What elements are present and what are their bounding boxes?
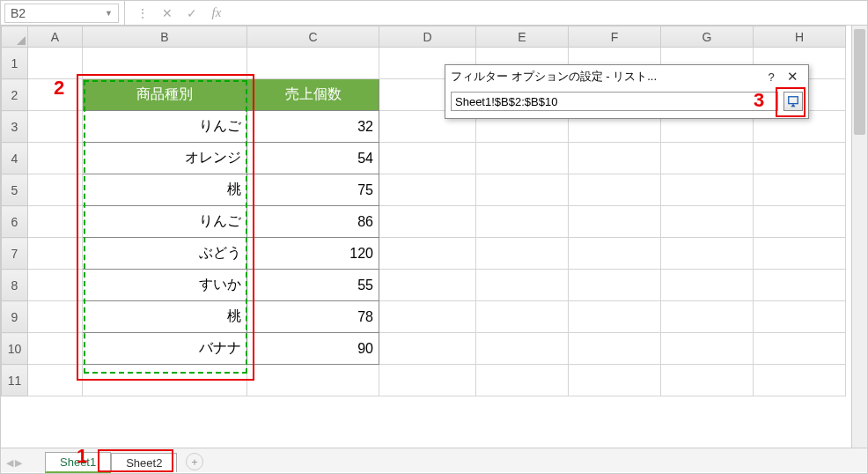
select-all-corner[interactable]	[2, 26, 28, 48]
table-cell[interactable]: 桃	[83, 301, 247, 333]
table-cell[interactable]: すいか	[83, 270, 247, 301]
cell[interactable]	[379, 143, 476, 174]
cell[interactable]	[569, 174, 661, 206]
row-header-9[interactable]: 9	[2, 301, 28, 333]
tab-nav-buttons[interactable]: ◀▶	[6, 457, 22, 469]
cell[interactable]	[379, 238, 476, 270]
cell[interactable]	[476, 174, 569, 206]
col-header-G[interactable]: G	[661, 26, 754, 48]
cell[interactable]	[569, 206, 661, 238]
table-cell[interactable]: 75	[247, 174, 379, 206]
cell[interactable]	[247, 365, 379, 396]
formula-input[interactable]	[229, 4, 867, 23]
col-header-H[interactable]: H	[754, 26, 846, 48]
cell[interactable]	[569, 270, 661, 301]
list-range-input[interactable]	[451, 92, 778, 111]
table-cell[interactable]: 86	[247, 206, 379, 238]
cell[interactable]	[28, 365, 83, 396]
chevron-down-icon[interactable]: ▼	[105, 9, 113, 18]
help-icon[interactable]: ?	[761, 70, 782, 84]
col-header-C[interactable]: C	[247, 26, 379, 48]
cell[interactable]	[661, 238, 754, 270]
cell[interactable]	[754, 301, 846, 333]
cell[interactable]	[379, 333, 476, 365]
cell[interactable]	[754, 143, 846, 174]
chevron-left-icon[interactable]: ◀	[6, 457, 13, 469]
cell[interactable]	[476, 301, 569, 333]
row-header-7[interactable]: 7	[2, 238, 28, 270]
cell[interactable]	[28, 111, 83, 143]
table-cell[interactable]: りんご	[83, 111, 247, 143]
name-box[interactable]: B2 ▼	[4, 4, 119, 23]
advanced-filter-dialog[interactable]: フィルター オプションの設定 - リスト... ? ✕	[445, 64, 809, 119]
cell[interactable]	[83, 365, 247, 396]
range-expand-button[interactable]	[783, 92, 803, 111]
cell[interactable]	[754, 238, 846, 270]
cell[interactable]	[379, 365, 476, 396]
table-cell[interactable]: ぶどう	[83, 238, 247, 270]
row-header-8[interactable]: 8	[2, 270, 28, 301]
cell[interactable]	[28, 174, 83, 206]
cell[interactable]	[476, 206, 569, 238]
cell[interactable]	[754, 206, 846, 238]
cell[interactable]	[754, 174, 846, 206]
cell[interactable]	[569, 143, 661, 174]
sheet-tab-1[interactable]: Sheet1	[45, 452, 111, 473]
cell[interactable]	[754, 270, 846, 301]
cell[interactable]	[661, 333, 754, 365]
table-cell[interactable]: 桃	[83, 174, 247, 206]
table-cell[interactable]: 54	[247, 143, 379, 174]
row-header-11[interactable]: 11	[2, 365, 28, 396]
row-header-3[interactable]: 3	[2, 111, 28, 143]
cell[interactable]	[28, 238, 83, 270]
cell[interactable]	[569, 333, 661, 365]
cell[interactable]	[569, 301, 661, 333]
chevron-right-icon[interactable]: ▶	[15, 457, 22, 469]
fx-icon[interactable]: fx	[204, 4, 229, 23]
vertical-scrollbar[interactable]	[851, 26, 867, 448]
row-header-1[interactable]: 1	[2, 48, 28, 79]
cell[interactable]	[379, 270, 476, 301]
cell[interactable]	[661, 365, 754, 396]
cell[interactable]	[247, 48, 379, 79]
cell[interactable]	[28, 206, 83, 238]
cell[interactable]	[661, 270, 754, 301]
row-header-6[interactable]: 6	[2, 206, 28, 238]
cell[interactable]	[569, 238, 661, 270]
table-cell[interactable]: 55	[247, 270, 379, 301]
table-cell[interactable]: 32	[247, 111, 379, 143]
cell[interactable]	[379, 174, 476, 206]
cell[interactable]	[28, 48, 83, 79]
cell[interactable]	[379, 301, 476, 333]
cell[interactable]	[28, 143, 83, 174]
cell[interactable]	[28, 270, 83, 301]
table-cell[interactable]: 78	[247, 301, 379, 333]
cell[interactable]	[754, 333, 846, 365]
col-header-B[interactable]: B	[83, 26, 247, 48]
row-header-5[interactable]: 5	[2, 174, 28, 206]
col-header-A[interactable]: A	[28, 26, 83, 48]
cell[interactable]	[661, 301, 754, 333]
close-icon[interactable]: ✕	[782, 69, 803, 85]
cell[interactable]	[83, 48, 247, 79]
row-header-4[interactable]: 4	[2, 143, 28, 174]
table-cell[interactable]: 90	[247, 333, 379, 365]
col-header-D[interactable]: D	[379, 26, 476, 48]
col-header-F[interactable]: F	[569, 26, 661, 48]
cell[interactable]	[754, 365, 846, 396]
cell[interactable]	[476, 365, 569, 396]
worksheet-grid[interactable]: A B C D E F G H 1 2商品種別売上個数 3りんご32 4オレンジ…	[1, 26, 867, 396]
table-cell[interactable]: 120	[247, 238, 379, 270]
cell[interactable]	[476, 143, 569, 174]
scrollbar-thumb[interactable]	[854, 29, 865, 135]
cell[interactable]	[661, 206, 754, 238]
cell[interactable]	[379, 206, 476, 238]
table-cell[interactable]: オレンジ	[83, 143, 247, 174]
col-header-E[interactable]: E	[476, 26, 569, 48]
cell[interactable]	[28, 79, 83, 111]
cell[interactable]	[661, 143, 754, 174]
cell[interactable]	[476, 333, 569, 365]
dialog-titlebar[interactable]: フィルター オプションの設定 - リスト... ? ✕	[445, 65, 808, 88]
cell[interactable]	[569, 365, 661, 396]
table-header-b[interactable]: 商品種別	[83, 79, 247, 111]
